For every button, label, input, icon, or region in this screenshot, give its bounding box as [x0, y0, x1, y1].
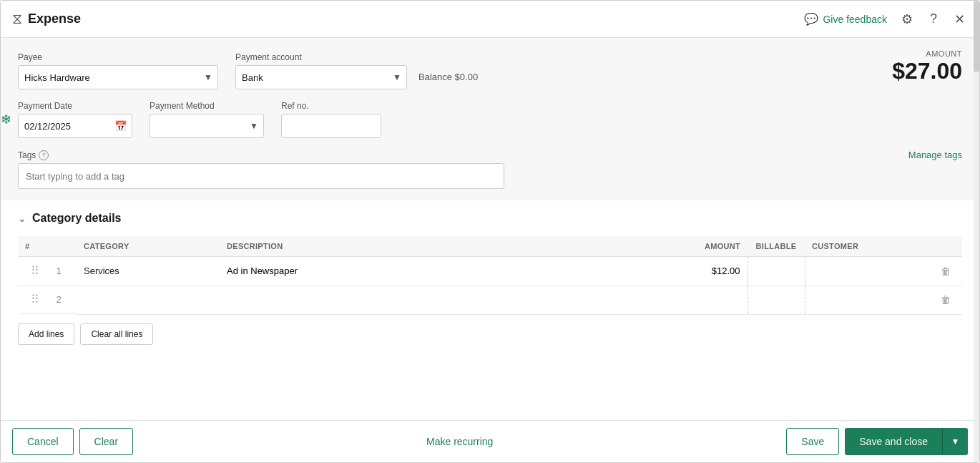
payment-method-select-wrap: ▼: [150, 114, 264, 138]
close-button[interactable]: ✕: [951, 9, 968, 30]
row1-category-cell[interactable]: Services: [77, 257, 220, 286]
date-method-ref-row: Payment Date 📅 Payment Method ▼: [18, 101, 962, 138]
row1-delete-cell: 🗑: [934, 257, 962, 286]
payee-label: Payee: [18, 52, 218, 62]
payment-date-group: Payment Date 📅: [18, 101, 132, 138]
row1-drag-num: ⠿ 1: [18, 257, 77, 286]
give-feedback-button[interactable]: 💬 Give feedback: [804, 12, 887, 26]
amount-value: $27.00: [892, 58, 962, 84]
col-header-customer: CUSTOMER: [805, 236, 934, 257]
amount-label: AMOUNT: [892, 49, 962, 58]
row2-description-cell[interactable]: [220, 286, 662, 314]
manage-tags-link[interactable]: Manage tags: [908, 150, 962, 160]
payment-account-group: Payment account Bank ▼ Balance $0.00: [235, 52, 478, 89]
payee-select[interactable]: Hicks Hardware: [18, 65, 218, 89]
payment-method-select[interactable]: [150, 114, 264, 138]
header-left: ⧖ Expense: [12, 11, 81, 27]
category-details-title: Category details: [32, 212, 121, 225]
category-table-wrap: # CATEGORY DESCRIPTION AMOUNT BILLABLE C…: [18, 236, 962, 315]
col-header-description: DESCRIPTION: [220, 236, 662, 257]
header-right: 💬 Give feedback ⚙ ? ✕: [804, 9, 968, 30]
tags-label: Tags ?: [18, 150, 49, 160]
col-header-category: CATEGORY: [77, 236, 220, 257]
table-row: ⠿ 1 Services Ad in Newspaper $12.00 🗑: [18, 257, 962, 286]
row1-customer-cell[interactable]: [805, 257, 934, 286]
balance-display: Balance $0.00: [413, 72, 478, 82]
table-header: # CATEGORY DESCRIPTION AMOUNT BILLABLE C…: [18, 236, 962, 257]
row2-billable-cell[interactable]: [748, 286, 805, 314]
modal-header: ⧖ Expense 💬 Give feedback ⚙ ? ✕: [1, 1, 979, 38]
scrollbar-track: [974, 1, 979, 462]
col-header-billable: BILLABLE: [748, 236, 805, 257]
footer-left: Cancel Clear: [12, 428, 133, 455]
row1-description-cell[interactable]: Ad in Newspaper: [220, 257, 662, 286]
modal-body: AMOUNT $27.00 Payee Hicks Hardware ▼ Pay…: [1, 38, 979, 420]
payee-group: Payee Hicks Hardware ▼: [18, 52, 218, 89]
drag-handle-2[interactable]: ⠿: [25, 293, 45, 306]
help-button[interactable]: ?: [927, 9, 940, 29]
chevron-down-icon: ▼: [951, 437, 960, 447]
row2-customer-cell[interactable]: [805, 286, 934, 314]
save-close-group: Save and close ▼: [845, 428, 968, 455]
payment-date-label: Payment Date: [18, 101, 132, 111]
row1-amount-cell[interactable]: $12.00: [662, 257, 748, 286]
modal-title: Expense: [28, 11, 81, 26]
payment-account-label: Payment account: [235, 52, 478, 62]
footer-right: Save Save and close ▼: [786, 428, 968, 455]
col-header-hash: #: [18, 236, 77, 257]
ref-no-group: Ref no.: [281, 101, 381, 138]
expense-modal: ⧖ Expense 💬 Give feedback ⚙ ? ✕ AMOUNT $…: [0, 0, 980, 463]
add-clear-row: Add lines Clear all lines: [18, 323, 962, 345]
cancel-button[interactable]: Cancel: [12, 428, 74, 455]
date-input-wrap: 📅: [18, 114, 132, 138]
scrollbar-thumb[interactable]: [974, 1, 979, 72]
settings-button[interactable]: ⚙: [898, 9, 916, 30]
row1-num: 1: [48, 265, 69, 276]
payment-account-select[interactable]: Bank: [235, 65, 407, 89]
form-section: AMOUNT $27.00 Payee Hicks Hardware ▼ Pay…: [1, 38, 979, 200]
add-lines-button[interactable]: Add lines: [18, 323, 74, 345]
col-header-amount: AMOUNT: [662, 236, 748, 257]
save-close-button[interactable]: Save and close: [845, 428, 942, 455]
payment-method-label: Payment Method: [150, 101, 264, 111]
payment-account-select-wrap: Bank ▼: [235, 65, 407, 89]
feedback-icon: 💬: [804, 12, 818, 26]
save-close-dropdown-button[interactable]: ▼: [942, 428, 968, 455]
drag-handle-1[interactable]: ⠿: [25, 264, 45, 278]
row2-amount-cell[interactable]: [662, 286, 748, 314]
payee-select-wrap: Hicks Hardware ▼: [18, 65, 218, 89]
amount-area: AMOUNT $27.00: [892, 49, 962, 84]
collapse-icon[interactable]: ⌄: [18, 213, 26, 224]
delete-row-2-button[interactable]: 🗑: [934, 294, 958, 306]
payee-account-row: Payee Hicks Hardware ▼ Payment account B…: [18, 52, 962, 89]
payment-date-input[interactable]: [18, 114, 132, 138]
save-button[interactable]: Save: [786, 428, 839, 455]
table-row: ⠿ 2 🗑: [18, 286, 962, 314]
tags-row: Tags ? Manage tags: [18, 150, 962, 189]
table-body: ⠿ 1 Services Ad in Newspaper $12.00 🗑: [18, 257, 962, 315]
side-decoration: ❄: [1, 112, 11, 127]
row2-drag-num: ⠿ 2: [18, 286, 77, 314]
clear-button[interactable]: Clear: [79, 428, 133, 455]
make-recurring-link[interactable]: Make recurring: [426, 436, 493, 447]
ref-no-label: Ref no.: [281, 101, 381, 111]
category-section: ⌄ Category details # CATEGORY DESCRIPTIO…: [1, 200, 979, 420]
ref-no-input[interactable]: [281, 114, 381, 138]
tags-header: Tags ? Manage tags: [18, 150, 962, 160]
delete-row-1-button[interactable]: 🗑: [934, 265, 958, 277]
history-icon: ⧖: [12, 11, 22, 27]
row2-num: 2: [48, 294, 69, 305]
clear-all-lines-button[interactable]: Clear all lines: [80, 323, 153, 345]
section-header: ⌄ Category details: [18, 212, 962, 225]
row1-billable-cell[interactable]: [748, 257, 805, 286]
col-header-delete: [934, 236, 962, 257]
tags-help-icon: ?: [39, 150, 49, 160]
row2-category-cell[interactable]: [77, 286, 220, 314]
modal-footer: Cancel Clear Make recurring Save Save an…: [1, 420, 979, 462]
tags-input[interactable]: [18, 163, 504, 189]
payment-method-group: Payment Method ▼: [150, 101, 264, 138]
category-table: # CATEGORY DESCRIPTION AMOUNT BILLABLE C…: [18, 236, 962, 315]
row2-delete-cell: 🗑: [934, 286, 962, 314]
footer-center: Make recurring: [133, 435, 786, 448]
